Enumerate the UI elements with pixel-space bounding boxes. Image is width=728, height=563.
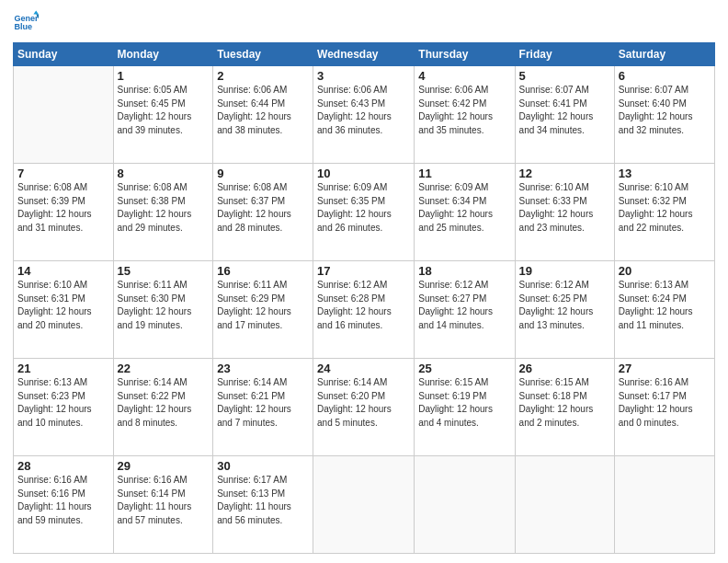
calendar-cell: 18Sunrise: 6:12 AM Sunset: 6:27 PM Dayli… <box>415 261 515 359</box>
day-detail: Sunrise: 6:14 AM Sunset: 6:22 PM Dayligh… <box>118 376 210 430</box>
day-detail: Sunrise: 6:17 AM Sunset: 6:13 PM Dayligh… <box>217 474 309 527</box>
day-detail: Sunrise: 6:16 AM Sunset: 6:14 PM Dayligh… <box>118 474 210 527</box>
calendar-cell <box>313 456 415 554</box>
calendar-cell: 6Sunrise: 6:07 AM Sunset: 6:40 PM Daylig… <box>614 66 714 164</box>
calendar-cell: 9Sunrise: 6:08 AM Sunset: 6:37 PM Daylig… <box>213 164 313 261</box>
day-number: 13 <box>619 167 711 180</box>
calendar-cell: 26Sunrise: 6:15 AM Sunset: 6:18 PM Dayli… <box>515 359 614 456</box>
day-number: 2 <box>217 69 309 83</box>
day-number: 15 <box>118 264 210 278</box>
day-number: 5 <box>519 69 610 83</box>
calendar-cell <box>14 66 114 164</box>
calendar-cell: 22Sunrise: 6:14 AM Sunset: 6:22 PM Dayli… <box>113 359 213 456</box>
calendar-cell <box>515 456 614 554</box>
day-number: 21 <box>17 362 109 375</box>
day-detail: Sunrise: 6:16 AM Sunset: 6:16 PM Dayligh… <box>17 474 109 527</box>
day-number: 28 <box>17 459 109 473</box>
day-number: 12 <box>519 167 610 180</box>
calendar-cell: 27Sunrise: 6:16 AM Sunset: 6:17 PM Dayli… <box>614 359 714 456</box>
calendar-cell: 25Sunrise: 6:15 AM Sunset: 6:19 PM Dayli… <box>415 359 515 456</box>
logo-icon: General Blue <box>13 9 39 35</box>
day-number: 24 <box>317 362 410 375</box>
day-detail: Sunrise: 6:15 AM Sunset: 6:18 PM Dayligh… <box>519 376 610 430</box>
logo: General Blue <box>13 9 42 35</box>
day-detail: Sunrise: 6:10 AM Sunset: 6:32 PM Dayligh… <box>619 181 711 235</box>
day-detail: Sunrise: 6:16 AM Sunset: 6:17 PM Dayligh… <box>619 376 711 430</box>
day-detail: Sunrise: 6:12 AM Sunset: 6:27 PM Dayligh… <box>418 279 510 332</box>
calendar-cell: 28Sunrise: 6:16 AM Sunset: 6:16 PM Dayli… <box>14 456 114 554</box>
calendar-cell: 24Sunrise: 6:14 AM Sunset: 6:20 PM Dayli… <box>313 359 415 456</box>
day-detail: Sunrise: 6:12 AM Sunset: 6:25 PM Dayligh… <box>519 279 610 332</box>
day-detail: Sunrise: 6:09 AM Sunset: 6:34 PM Dayligh… <box>418 181 510 235</box>
weekday-header-saturday: Saturday <box>614 43 714 66</box>
calendar-cell: 13Sunrise: 6:10 AM Sunset: 6:32 PM Dayli… <box>614 164 714 261</box>
day-number: 8 <box>118 167 210 180</box>
day-detail: Sunrise: 6:09 AM Sunset: 6:35 PM Dayligh… <box>317 181 410 235</box>
day-detail: Sunrise: 6:13 AM Sunset: 6:24 PM Dayligh… <box>619 279 711 332</box>
weekday-header-tuesday: Tuesday <box>213 43 313 66</box>
day-detail: Sunrise: 6:11 AM Sunset: 6:29 PM Dayligh… <box>217 279 309 332</box>
calendar-cell: 20Sunrise: 6:13 AM Sunset: 6:24 PM Dayli… <box>614 261 714 359</box>
calendar-cell: 5Sunrise: 6:07 AM Sunset: 6:41 PM Daylig… <box>515 66 614 164</box>
day-detail: Sunrise: 6:05 AM Sunset: 6:45 PM Dayligh… <box>118 84 210 137</box>
calendar-cell: 12Sunrise: 6:10 AM Sunset: 6:33 PM Dayli… <box>515 164 614 261</box>
calendar-cell: 17Sunrise: 6:12 AM Sunset: 6:28 PM Dayli… <box>313 261 415 359</box>
day-number: 3 <box>317 69 410 83</box>
calendar-cell: 30Sunrise: 6:17 AM Sunset: 6:13 PM Dayli… <box>213 456 313 554</box>
day-detail: Sunrise: 6:07 AM Sunset: 6:41 PM Dayligh… <box>519 84 610 137</box>
svg-text:General: General <box>14 14 39 23</box>
day-detail: Sunrise: 6:14 AM Sunset: 6:20 PM Dayligh… <box>317 376 410 430</box>
day-detail: Sunrise: 6:08 AM Sunset: 6:37 PM Dayligh… <box>217 181 309 235</box>
calendar-cell: 14Sunrise: 6:10 AM Sunset: 6:31 PM Dayli… <box>14 261 114 359</box>
day-number: 18 <box>418 264 510 278</box>
weekday-header-monday: Monday <box>113 43 213 66</box>
weekday-header-friday: Friday <box>515 43 614 66</box>
day-number: 10 <box>317 167 410 180</box>
calendar-cell: 11Sunrise: 6:09 AM Sunset: 6:34 PM Dayli… <box>415 164 515 261</box>
day-detail: Sunrise: 6:13 AM Sunset: 6:23 PM Dayligh… <box>17 376 109 430</box>
day-detail: Sunrise: 6:11 AM Sunset: 6:30 PM Dayligh… <box>118 279 210 332</box>
day-detail: Sunrise: 6:06 AM Sunset: 6:43 PM Dayligh… <box>317 84 410 137</box>
day-number: 9 <box>217 167 309 180</box>
day-detail: Sunrise: 6:15 AM Sunset: 6:19 PM Dayligh… <box>418 376 510 430</box>
day-number: 27 <box>619 362 711 375</box>
calendar-cell: 16Sunrise: 6:11 AM Sunset: 6:29 PM Dayli… <box>213 261 313 359</box>
day-number: 11 <box>418 167 510 180</box>
weekday-header-wednesday: Wednesday <box>313 43 415 66</box>
day-detail: Sunrise: 6:08 AM Sunset: 6:38 PM Dayligh… <box>118 181 210 235</box>
calendar-cell: 21Sunrise: 6:13 AM Sunset: 6:23 PM Dayli… <box>14 359 114 456</box>
day-number: 1 <box>118 69 210 83</box>
calendar-cell: 29Sunrise: 6:16 AM Sunset: 6:14 PM Dayli… <box>113 456 213 554</box>
day-number: 26 <box>519 362 610 375</box>
day-number: 7 <box>17 167 109 180</box>
day-detail: Sunrise: 6:08 AM Sunset: 6:39 PM Dayligh… <box>17 181 109 235</box>
day-number: 20 <box>619 264 711 278</box>
day-number: 16 <box>217 264 309 278</box>
day-detail: Sunrise: 6:10 AM Sunset: 6:33 PM Dayligh… <box>519 181 610 235</box>
day-number: 30 <box>217 459 309 473</box>
day-number: 6 <box>619 69 711 83</box>
calendar-cell: 1Sunrise: 6:05 AM Sunset: 6:45 PM Daylig… <box>113 66 213 164</box>
day-number: 4 <box>418 69 510 83</box>
day-detail: Sunrise: 6:06 AM Sunset: 6:44 PM Dayligh… <box>217 84 309 137</box>
weekday-header-sunday: Sunday <box>14 43 114 66</box>
page-header: General Blue <box>13 9 715 35</box>
weekday-header-thursday: Thursday <box>415 43 515 66</box>
calendar-cell: 19Sunrise: 6:12 AM Sunset: 6:25 PM Dayli… <box>515 261 614 359</box>
day-detail: Sunrise: 6:10 AM Sunset: 6:31 PM Dayligh… <box>17 279 109 332</box>
day-number: 17 <box>317 264 410 278</box>
day-number: 29 <box>118 459 210 473</box>
calendar-cell: 2Sunrise: 6:06 AM Sunset: 6:44 PM Daylig… <box>213 66 313 164</box>
calendar-cell: 10Sunrise: 6:09 AM Sunset: 6:35 PM Dayli… <box>313 164 415 261</box>
day-number: 14 <box>17 264 109 278</box>
calendar-cell: 3Sunrise: 6:06 AM Sunset: 6:43 PM Daylig… <box>313 66 415 164</box>
svg-text:Blue: Blue <box>14 22 32 31</box>
day-number: 19 <box>519 264 610 278</box>
day-detail: Sunrise: 6:14 AM Sunset: 6:21 PM Dayligh… <box>217 376 309 430</box>
calendar-cell: 23Sunrise: 6:14 AM Sunset: 6:21 PM Dayli… <box>213 359 313 456</box>
calendar-cell <box>415 456 515 554</box>
day-detail: Sunrise: 6:12 AM Sunset: 6:28 PM Dayligh… <box>317 279 410 332</box>
calendar-cell: 7Sunrise: 6:08 AM Sunset: 6:39 PM Daylig… <box>14 164 114 261</box>
svg-marker-2 <box>33 10 39 14</box>
calendar-cell <box>614 456 714 554</box>
